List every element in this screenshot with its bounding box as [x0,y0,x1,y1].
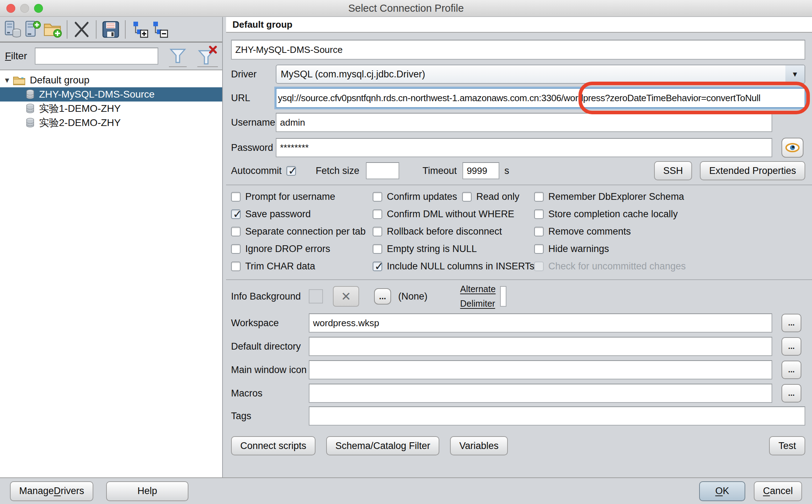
option-label: Save password [245,209,311,220]
fetch-size-input[interactable] [366,162,399,179]
browse-main-window-icon-button[interactable]: ... [781,361,801,379]
option-label: Empty string is NULL [387,243,477,254]
option-label: Prompt for username [245,191,335,202]
checkbox-box [462,192,472,202]
alternate-delimiter-label: Alternate Delimiter [460,284,496,309]
username-input[interactable] [276,113,772,132]
password-input[interactable] [276,138,772,157]
option-remember-dbexplorer-schema[interactable]: Remember DbExplorer Schema [534,188,686,206]
tree-group-label: Default group [30,75,89,86]
option-empty-string-is-null[interactable]: Empty string is NULL [373,240,534,258]
group-header: Default group [226,17,812,33]
delete-icon [73,21,90,38]
pick-color-button[interactable]: ... [374,288,391,305]
checkbox-box [534,244,544,254]
close-window-button[interactable] [6,4,15,13]
browse-workspace-button[interactable]: ... [781,314,801,332]
option-save-password[interactable]: Save password [231,206,366,223]
option-trim-char-data[interactable]: Trim CHAR data [231,258,366,275]
main-window-icon-input[interactable] [309,360,772,379]
option-separate-connection-per-tab[interactable]: Separate connection per tab [231,223,366,240]
info-background-swatch [309,289,323,303]
manage-drivers-button[interactable]: Manage Drivers [10,481,93,501]
driver-select[interactable]: MySQL (com.mysql.cj.jdbc.Driver) [276,65,805,84]
option-remove-comments[interactable]: Remove comments [534,223,686,240]
clear-color-button[interactable] [333,286,359,307]
collapse-all-button[interactable] [150,19,170,40]
eye-icon [785,142,800,153]
database-icon [26,89,35,100]
macros-label: Macros [231,388,309,399]
new-folder-icon [43,20,62,39]
workspace-input[interactable] [309,313,772,333]
timeout-input[interactable] [462,162,499,179]
tree-item-label: ZHY-MySQL-DMS-Source [39,89,155,100]
option-label: Remove comments [548,226,631,237]
cancel-button[interactable]: Cancel [754,481,802,501]
option-label: Ignore DROP errors [245,243,330,254]
extended-properties-button[interactable]: Extended Properties [700,161,805,180]
browse-default-directory-button[interactable]: ... [781,337,801,356]
save-icon [102,20,120,39]
macros-input[interactable] [309,384,772,403]
timeout-label: Timeout [423,165,457,176]
option-label: Confirm updates [387,191,457,202]
filter-input[interactable] [35,48,158,65]
default-directory-input[interactable] [309,337,772,356]
autocommit-checkbox[interactable]: Autocommit [231,162,296,180]
browse-macros-button[interactable]: ... [781,384,801,402]
new-profile-icon [23,20,42,39]
new-folder-button[interactable] [43,19,62,40]
expand-all-button[interactable] [130,19,150,40]
clear-filter-button[interactable] [197,45,218,67]
separator [226,279,812,280]
delete-profile-button[interactable] [72,19,92,40]
apply-filter-button[interactable] [169,45,187,67]
test-button[interactable]: Test [769,436,805,455]
ok-button[interactable]: OK [699,481,745,501]
copy-profile-button[interactable] [3,19,23,40]
fetch-size-label: Fetch size [316,165,360,176]
help-button[interactable]: Help [106,481,188,501]
checkbox-box [534,262,544,271]
zoom-window-button[interactable] [34,4,43,13]
ssh-button[interactable]: SSH [654,161,692,180]
driver-label: Driver [231,69,276,80]
disclosure-triangle-icon[interactable]: ▼ [4,76,13,84]
connect-scripts-button[interactable]: Connect scripts [231,436,316,455]
save-profiles-button[interactable] [101,19,121,40]
checkbox-box [534,192,544,202]
option-include-null-columns[interactable]: Include NULL columns in INSERTs [373,258,534,275]
alternate-delimiter-input[interactable] [500,286,506,307]
tree-item-profile[interactable]: 实验1-DEMO-ZHY [0,102,222,116]
autocommit-label: Autocommit [231,165,282,176]
tree-item-profile[interactable]: 实验2-DEMO-ZHY [0,116,222,130]
workspace-label: Workspace [231,318,309,329]
tree-group-default[interactable]: ▼ Default group [0,73,222,87]
option-label: Read only [476,191,520,202]
profile-tree: ▼ Default group [0,70,222,477]
option-hide-warnings[interactable]: Hide warnings [534,240,686,258]
option-label: Rollback before disconnect [387,226,502,237]
tags-input[interactable] [309,406,805,426]
minimize-window-button[interactable] [20,4,29,13]
profile-name-input[interactable] [231,40,805,60]
option-check-uncommitted-changes: Check for uncommitted changes [534,258,686,275]
show-password-button[interactable] [781,138,803,158]
variables-button[interactable]: Variables [450,436,508,455]
option-prompt-for-username[interactable]: Prompt for username [231,188,366,206]
option-rollback-before-disconnect[interactable]: Rollback before disconnect [373,223,534,240]
checkbox-box [373,227,382,236]
schema-catalog-filter-button[interactable]: Schema/Catalog Filter [326,436,439,455]
option-store-completion-cache[interactable]: Store completion cache locally [534,206,686,223]
window-title: Select Connection Profile [348,2,464,14]
driver-value: MySQL (com.mysql.cj.jdbc.Driver) [276,69,785,80]
new-profile-button[interactable] [23,19,43,40]
option-ignore-drop-errors[interactable]: Ignore DROP errors [231,240,366,258]
option-confirm-dml-without-where[interactable]: Confirm DML without WHERE [373,206,534,223]
tree-item-profile[interactable]: ZHY-MySQL-DMS-Source [0,87,222,102]
option-read-only[interactable]: Read only [462,188,520,206]
url-input[interactable] [276,88,805,108]
copy-profile-icon [3,20,22,39]
expand-tree-icon [131,20,149,39]
